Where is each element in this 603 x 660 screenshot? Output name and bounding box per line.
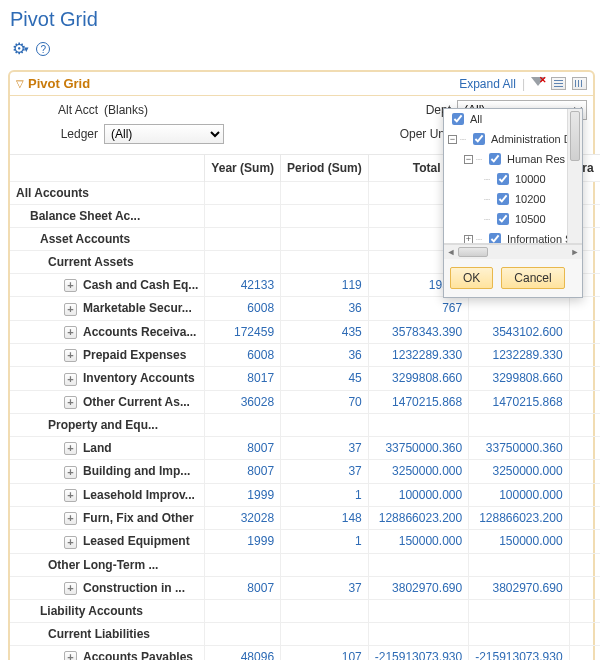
cell-period[interactable]: 1 — [281, 483, 369, 506]
help-icon[interactable]: ? — [36, 42, 50, 56]
expand-row-icon[interactable]: + — [64, 373, 77, 386]
row-label[interactable]: Accounts Payables — [83, 650, 193, 660]
cell-period[interactable]: 148 — [281, 506, 369, 529]
tree-check-10500[interactable] — [497, 213, 509, 225]
cell-a[interactable]: 150000.000 — [368, 530, 468, 553]
cell-year[interactable]: 1999 — [205, 530, 281, 553]
cell-period[interactable]: 107 — [281, 645, 369, 660]
expand-row-icon[interactable]: + — [64, 303, 77, 316]
cancel-button[interactable]: Cancel — [501, 267, 564, 289]
tree-collapse-icon[interactable]: − — [448, 135, 457, 144]
cell-year[interactable]: 6008 — [205, 343, 281, 366]
gear-dropdown-caret[interactable]: ▾ — [24, 44, 29, 54]
cell-period[interactable]: 119 — [281, 274, 369, 297]
clear-filter-icon[interactable] — [531, 77, 545, 91]
cell-b[interactable]: 150000.000 — [469, 530, 569, 553]
expand-row-icon[interactable]: + — [64, 582, 77, 595]
tree-check-10200[interactable] — [497, 193, 509, 205]
collapse-panel-icon[interactable]: ▽ — [16, 78, 24, 89]
cell-b[interactable]: 3543102.600 — [469, 320, 569, 343]
cell-a[interactable]: -215913073.930 — [368, 645, 468, 660]
tree-check-10000[interactable] — [497, 173, 509, 185]
row-label[interactable]: Land — [83, 441, 112, 455]
cell-a[interactable]: 767 — [368, 297, 468, 320]
tree-check-all[interactable] — [452, 113, 464, 125]
cell-a[interactable]: 3250000.000 — [368, 460, 468, 483]
cell-period[interactable]: 45 — [281, 367, 369, 390]
expand-row-icon[interactable]: + — [64, 279, 77, 292]
ok-button[interactable]: OK — [450, 267, 493, 289]
expand-row-icon[interactable]: + — [64, 396, 77, 409]
cell-a[interactable]: 3802970.690 — [368, 576, 468, 599]
cell-a[interactable]: 33750000.360 — [368, 436, 468, 459]
cell-year[interactable]: 8017 — [205, 367, 281, 390]
row-label[interactable]: Prepaid Expenses — [83, 348, 186, 362]
expand-row-icon[interactable]: + — [64, 466, 77, 479]
cell-b[interactable]: 1232289.330 — [469, 343, 569, 366]
cell-a[interactable]: 3299808.660 — [368, 367, 468, 390]
cell-period[interactable]: 435 — [281, 320, 369, 343]
tree-label[interactable]: 10200 — [515, 193, 546, 205]
row-label[interactable]: Marketable Secur... — [83, 301, 192, 315]
tree-label[interactable]: Human Res — [507, 153, 565, 165]
cell-year[interactable]: 32028 — [205, 506, 281, 529]
row-label[interactable]: Accounts Receiva... — [83, 325, 196, 339]
row-label[interactable]: Furn, Fix and Other — [83, 511, 194, 525]
row-label[interactable]: Construction in ... — [83, 581, 185, 595]
tree-label[interactable]: 10500 — [515, 213, 546, 225]
cell-a[interactable]: 1470215.868 — [368, 390, 468, 413]
cell-a[interactable]: 3578343.390 — [368, 320, 468, 343]
cell-b[interactable]: 128866023.200 — [469, 506, 569, 529]
expand-row-icon[interactable]: + — [64, 442, 77, 455]
cell-year[interactable]: 42133 — [205, 274, 281, 297]
tree-collapse-icon[interactable]: − — [464, 155, 473, 164]
cell-period[interactable]: 37 — [281, 576, 369, 599]
tree-expand-icon[interactable]: + — [464, 235, 473, 244]
cell-period[interactable]: 70 — [281, 390, 369, 413]
cell-a[interactable]: 100000.000 — [368, 483, 468, 506]
cell-period[interactable]: 1 — [281, 530, 369, 553]
cell-b[interactable]: 3802970.690 — [469, 576, 569, 599]
expand-row-icon[interactable]: + — [64, 651, 77, 660]
cell-year[interactable]: 48096 — [205, 645, 281, 660]
col-year[interactable]: Year (Sum) — [205, 155, 281, 182]
tree-label[interactable]: Information S — [507, 233, 572, 244]
tree-horizontal-scrollbar[interactable]: ◄ ► — [444, 244, 582, 259]
row-label[interactable]: Building and Imp... — [83, 464, 190, 478]
view-detail-icon[interactable] — [551, 77, 566, 90]
tree-check-hr[interactable] — [489, 153, 501, 165]
cell-period[interactable]: 36 — [281, 343, 369, 366]
tree-check-admin[interactable] — [473, 133, 485, 145]
row-label[interactable]: Inventory Accounts — [83, 371, 195, 385]
expand-row-icon[interactable]: + — [64, 512, 77, 525]
expand-row-icon[interactable]: + — [64, 536, 77, 549]
row-label[interactable]: Leasehold Improv... — [83, 488, 195, 502]
cell-b[interactable]: 100000.000 — [469, 483, 569, 506]
cell-a[interactable]: 128866023.200 — [368, 506, 468, 529]
expand-row-icon[interactable]: + — [64, 489, 77, 502]
tree-label[interactable]: Administration D — [491, 133, 572, 145]
tree-label[interactable]: 10000 — [515, 173, 546, 185]
col-period[interactable]: Period (Sum) — [281, 155, 369, 182]
cell-year[interactable]: 172459 — [205, 320, 281, 343]
cell-year[interactable]: 36028 — [205, 390, 281, 413]
cell-year[interactable]: 8007 — [205, 460, 281, 483]
cell-a[interactable]: 1232289.330 — [368, 343, 468, 366]
tree-vertical-scrollbar[interactable] — [567, 109, 582, 243]
tree-label[interactable]: All — [470, 113, 482, 125]
cell-year[interactable]: 8007 — [205, 436, 281, 459]
row-label[interactable]: Other Current As... — [83, 395, 190, 409]
cell-period[interactable]: 36 — [281, 297, 369, 320]
scroll-right-icon[interactable]: ► — [568, 245, 582, 259]
cell-b[interactable]: -215913073.930 — [469, 645, 569, 660]
cell-year[interactable]: 6008 — [205, 297, 281, 320]
expand-all-link[interactable]: Expand All — [459, 77, 516, 91]
cell-year[interactable]: 1999 — [205, 483, 281, 506]
cell-b[interactable]: 3250000.000 — [469, 460, 569, 483]
expand-row-icon[interactable]: + — [64, 326, 77, 339]
row-label[interactable]: Cash and Cash Eq... — [83, 278, 198, 292]
cell-year[interactable]: 8007 — [205, 576, 281, 599]
cell-period[interactable]: 37 — [281, 436, 369, 459]
scroll-left-icon[interactable]: ◄ — [444, 245, 458, 259]
expand-row-icon[interactable]: + — [64, 349, 77, 362]
